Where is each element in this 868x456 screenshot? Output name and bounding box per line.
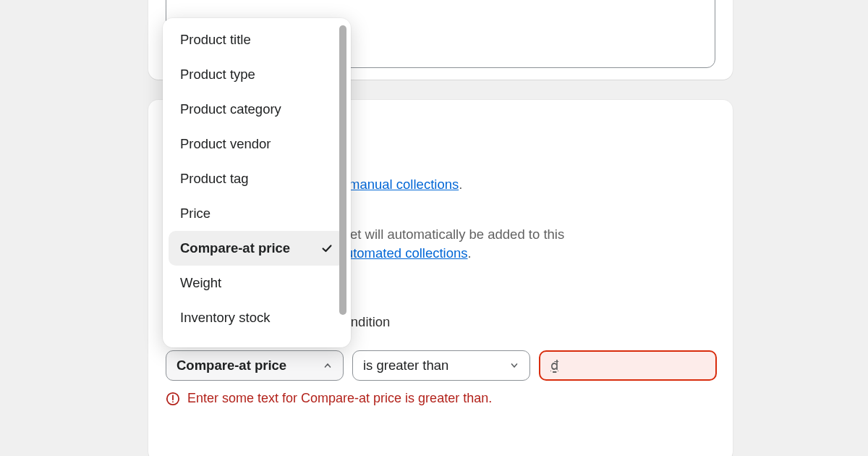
condition-relation-select[interactable]: is greater than xyxy=(352,350,530,381)
manual-collections-link[interactable]: manual collections xyxy=(349,177,459,192)
dropdown-option[interactable]: Inventory stock xyxy=(169,300,345,335)
dropdown-option-label: Weight xyxy=(180,275,221,291)
chevron-up-icon xyxy=(323,360,333,371)
condition-value-input[interactable]: ₫ xyxy=(539,350,717,381)
dropdown-option-label: Product category xyxy=(180,101,281,117)
dropdown-option-label: Product tag xyxy=(180,171,249,187)
automated-collections-link[interactable]: automated collections xyxy=(339,245,468,261)
svg-point-2 xyxy=(172,401,174,402)
dropdown-option[interactable]: Compare-at price xyxy=(169,231,345,266)
dropdown-option[interactable]: Product type xyxy=(169,57,345,92)
dropdown-option[interactable]: Weight xyxy=(169,266,345,300)
dropdown-option[interactable]: Product vendor xyxy=(169,127,345,161)
dropdown-listbox[interactable]: Product titleProduct typeProduct categor… xyxy=(163,18,351,347)
condition-column-select[interactable]: Compare-at price xyxy=(166,350,344,381)
error-message: Enter some text for Compare-at price is … xyxy=(166,391,492,406)
dropdown-option-label: Price xyxy=(180,206,210,221)
dropdown-option-label: Product title xyxy=(180,32,251,48)
app-stage: one by one. Learn more about manual coll… xyxy=(0,0,868,456)
dropdown-option[interactable]: Price xyxy=(169,196,345,231)
error-text: Enter some text for Compare-at price is … xyxy=(187,391,492,406)
condition-column-label: Compare-at price xyxy=(176,358,286,373)
dropdown-option[interactable]: Product title xyxy=(169,22,345,57)
dropdown-option-label: Compare-at price xyxy=(180,240,290,256)
chevron-down-icon xyxy=(509,360,519,371)
dropdown-scrollbar[interactable] xyxy=(339,25,346,315)
dropdown-option[interactable]: Product tag xyxy=(169,161,345,196)
column-dropdown: Product titleProduct typeProduct categor… xyxy=(163,18,351,347)
dropdown-option-label: Product vendor xyxy=(180,136,271,152)
dropdown-option[interactable]: Product category xyxy=(169,92,345,127)
dropdown-option-label: Product type xyxy=(180,67,255,83)
condition-relation-label: is greater than xyxy=(363,358,448,373)
error-icon xyxy=(166,392,180,406)
currency-prefix: ₫ xyxy=(550,358,558,373)
dropdown-option-label: Inventory stock xyxy=(180,310,270,326)
condition-row: Compare-at price is greater than ₫ xyxy=(166,350,717,381)
check-icon xyxy=(320,242,333,255)
